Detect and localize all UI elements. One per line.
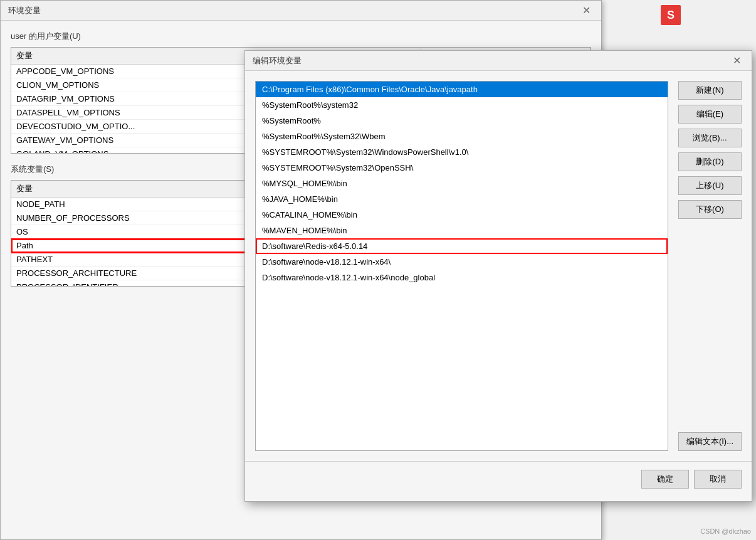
watermark: CSDN @dkzhao (700, 527, 751, 535)
path-list-item[interactable]: C:\Program Files (x86)\Common Files\Orac… (256, 82, 668, 97)
path-list-item[interactable]: %SYSTEMROOT%\System32\OpenSSH\ (256, 160, 668, 176)
ok-button[interactable]: 确定 (641, 470, 689, 489)
delete-button[interactable]: 删除(D) (678, 152, 742, 171)
path-list-item[interactable]: D:\software\node-v18.12.1-win-x64\node_g… (256, 270, 668, 285)
move-down-button[interactable]: 下移(O) (678, 200, 742, 219)
bg-dialog-title: 环境变量 (8, 5, 41, 16)
fg-dialog-body: C:\Program Files (x86)\Common Files\Orac… (245, 71, 752, 461)
new-button[interactable]: 新建(N) (678, 81, 742, 100)
side-buttons-panel: 新建(N) 编辑(E) 浏览(B)... 删除(D) 上移(U) 下移(O) 编… (678, 81, 742, 451)
bg-titlebar: 环境变量 ✕ (1, 1, 601, 21)
path-list-item[interactable]: %SYSTEMROOT%\System32\WindowsPowerShell\… (256, 144, 668, 160)
path-list-item[interactable]: D:\software\Redis-x64-5.0.14 (256, 238, 668, 254)
fg-dialog-title: 编辑环境变量 (253, 55, 302, 66)
fg-close-button[interactable]: ✕ (729, 53, 744, 68)
path-list-item[interactable]: %JAVA_HOME%\bin (256, 191, 668, 207)
browse-button[interactable]: 浏览(B)... (678, 129, 742, 147)
bg-close-button[interactable]: ✕ (579, 3, 594, 18)
edit-env-var-dialog: 编辑环境变量 ✕ C:\Program Files (x86)\Common F… (244, 50, 752, 502)
path-list-item[interactable]: D:\software\node-v18.12.1-win-x64\ (256, 254, 668, 270)
path-list-container: C:\Program Files (x86)\Common Files\Orac… (255, 81, 668, 451)
path-list-item[interactable]: %SystemRoot%\system32 (256, 97, 668, 113)
edit-text-button[interactable]: 编辑文本(I)... (678, 432, 742, 451)
s-logo: S (661, 5, 681, 25)
cancel-button[interactable]: 取消 (694, 470, 742, 489)
fg-titlebar: 编辑环境变量 ✕ (245, 51, 752, 71)
path-list-item[interactable]: %CATALINA_HOME%\bin (256, 207, 668, 223)
move-up-button[interactable]: 上移(U) (678, 176, 742, 195)
fg-dialog-footer: 确定 取消 (245, 461, 752, 496)
path-list: C:\Program Files (x86)\Common Files\Orac… (256, 82, 668, 285)
path-list-item[interactable]: %MAVEN_HOME%\bin (256, 223, 668, 238)
user-section-label: user 的用户变量(U) (11, 31, 591, 42)
edit-button[interactable]: 编辑(E) (678, 105, 742, 124)
path-list-item[interactable]: %SystemRoot% (256, 113, 668, 129)
path-list-item[interactable]: %MYSQL_HOME%\bin (256, 176, 668, 191)
path-list-item[interactable]: %SystemRoot%\System32\Wbem (256, 129, 668, 144)
